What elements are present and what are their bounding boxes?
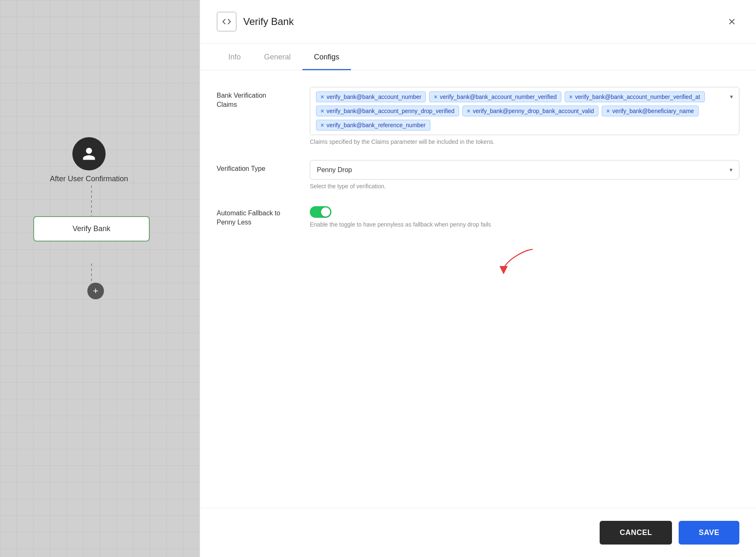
bank-verification-claims-hint: Claims specified by the Claims parameter… xyxy=(310,138,739,145)
tags-dropdown-arrow: ▼ xyxy=(729,94,734,100)
tag-remove-icon[interactable]: × xyxy=(606,108,610,114)
automatic-fallback-toggle[interactable] xyxy=(310,206,331,218)
tag-item[interactable]: × verify_bank@bank_account_penny_drop_ve… xyxy=(316,106,459,116)
user-node-label: After User Confirmation xyxy=(50,175,128,183)
save-button[interactable]: SAVE xyxy=(679,521,739,545)
verification-type-hint: Select the type of verification. xyxy=(310,183,739,190)
tags-wrapper: × verify_bank@bank_account_number × veri… xyxy=(316,91,733,131)
tag-item[interactable]: × verify_bank@beneficiary_name xyxy=(602,106,699,116)
red-arrow-annotation xyxy=(499,245,549,274)
dialog-content: Bank VerificationClaims × verify_bank@ba… xyxy=(200,70,756,557)
tag-remove-icon[interactable]: × xyxy=(569,94,573,100)
tag-item[interactable]: × verify_bank@bank_account_number xyxy=(316,91,426,102)
dialog-footer: CANCEL SAVE xyxy=(200,508,756,557)
dialog-tabs: Info General Configs xyxy=(200,44,756,70)
user-avatar xyxy=(72,137,106,170)
tag-remove-icon[interactable]: × xyxy=(467,108,470,114)
tag-item[interactable]: × verify_bank@bank_account_number_verifi… xyxy=(565,91,705,102)
tag-remove-icon[interactable]: × xyxy=(321,122,324,128)
toggle-knob xyxy=(321,207,330,217)
automatic-fallback-label: Automatic Fallback toPenny Less xyxy=(217,205,300,227)
tag-item[interactable]: × verify_bank@bank_reference_number xyxy=(316,120,430,131)
tag-item[interactable]: × verify_bank@penny_drop_bank_account_va… xyxy=(462,106,599,116)
verify-bank-box[interactable]: Verify Bank xyxy=(33,216,150,242)
verification-type-select[interactable]: Penny Drop Penny Less Both xyxy=(310,160,739,180)
dialog-panel: Verify Bank Info General Configs Bank Ve… xyxy=(200,0,756,557)
automatic-fallback-control: Enable the toggle to have pennyless as f… xyxy=(310,205,739,228)
verify-bank-node[interactable]: Verify Bank xyxy=(33,216,150,242)
tab-configs[interactable]: Configs xyxy=(302,44,351,70)
tab-general[interactable]: General xyxy=(252,44,302,70)
connector-top xyxy=(91,185,92,216)
bank-verification-claims-label: Bank VerificationClaims xyxy=(217,87,300,110)
cancel-button[interactable]: CANCEL xyxy=(600,521,672,545)
dialog-title: Verify Bank xyxy=(243,16,718,27)
tag-remove-icon[interactable]: × xyxy=(321,108,324,114)
verification-type-control: Penny Drop Penny Less Both ▼ Select the … xyxy=(310,160,739,190)
code-icon-button[interactable] xyxy=(217,12,237,32)
automatic-fallback-row: Automatic Fallback toPenny Less Enable t… xyxy=(217,205,739,228)
add-node-button[interactable]: + xyxy=(87,283,104,299)
automatic-fallback-hint: Enable the toggle to have pennyless as f… xyxy=(310,221,739,228)
dialog-header: Verify Bank xyxy=(200,0,756,44)
user-node: After User Confirmation xyxy=(50,137,128,183)
tab-info[interactable]: Info xyxy=(217,44,252,70)
tag-remove-icon[interactable]: × xyxy=(321,94,324,100)
verification-type-row: Verification Type Penny Drop Penny Less … xyxy=(217,160,739,190)
verification-type-label: Verification Type xyxy=(217,160,300,173)
toggle-container xyxy=(310,205,739,218)
close-button[interactable] xyxy=(724,14,739,29)
tags-container[interactable]: × verify_bank@bank_account_number × veri… xyxy=(310,87,739,135)
select-wrapper: Penny Drop Penny Less Both ▼ xyxy=(310,160,739,180)
tag-item[interactable]: × verify_bank@bank_account_number_verifi… xyxy=(429,91,561,102)
canvas-area: After User Confirmation Verify Bank + xyxy=(0,0,200,557)
bank-verification-claims-row: Bank VerificationClaims × verify_bank@ba… xyxy=(217,87,739,145)
bank-verification-claims-control: × verify_bank@bank_account_number × veri… xyxy=(310,87,739,145)
tag-remove-icon[interactable]: × xyxy=(434,94,437,100)
